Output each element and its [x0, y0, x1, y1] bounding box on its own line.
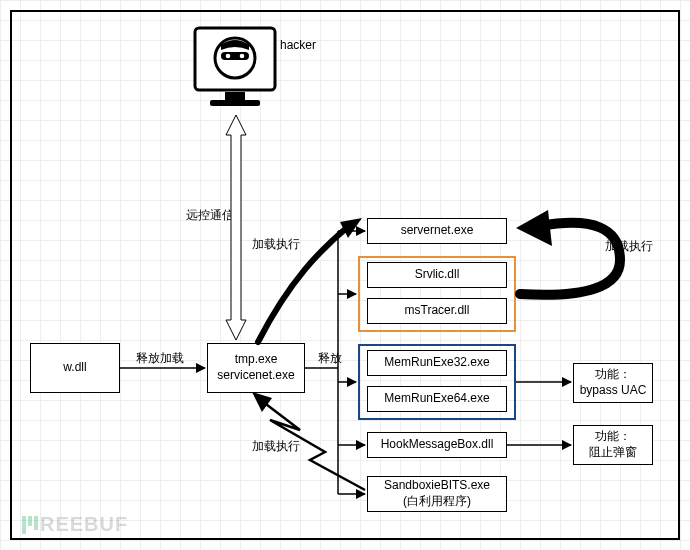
label-load-exec-right: 加载执行 — [605, 238, 653, 255]
node-hookmsgbox: HookMessageBox.dll — [367, 432, 507, 458]
node-srvlic: Srvlic.dll — [367, 262, 507, 288]
watermark-bars-icon — [22, 516, 38, 534]
node-servernet: servernet.exe — [367, 218, 507, 244]
label-release-load: 释放加载 — [136, 350, 184, 367]
watermark: REEBUF — [22, 513, 128, 536]
node-block-popup: 功能： 阻止弹窗 — [573, 425, 653, 465]
node-tmpexe-l1: tmp.exe — [235, 352, 278, 368]
node-tmpexe-l2: servicenet.exe — [217, 368, 294, 384]
node-mstracer-text: msTracer.dll — [405, 303, 470, 319]
node-memrun64: MemRunExe64.exe — [367, 386, 507, 412]
node-bypass-text: 功能： bypass UAC — [580, 367, 647, 398]
node-block-text: 功能： 阻止弹窗 — [589, 429, 637, 460]
label-load-exec-bottom: 加载执行 — [252, 438, 300, 455]
node-bypass-uac: 功能： bypass UAC — [573, 363, 653, 403]
label-load-exec-top: 加载执行 — [252, 236, 300, 253]
node-sandboxie-l2: (白利用程序) — [403, 494, 471, 510]
node-memrun32: MemRunExe32.exe — [367, 350, 507, 376]
node-wdll: w.dll — [30, 343, 120, 393]
node-wdll-text: w.dll — [63, 360, 86, 376]
node-sandboxie: SandboxieBITS.exe (白利用程序) — [367, 476, 507, 512]
node-srvlic-text: Srvlic.dll — [415, 267, 460, 283]
node-hookmsgbox-text: HookMessageBox.dll — [381, 437, 494, 453]
label-release: 释放 — [318, 350, 342, 367]
watermark-text: REEBUF — [40, 513, 128, 536]
node-servernet-text: servernet.exe — [401, 223, 474, 239]
node-memrun64-text: MemRunExe64.exe — [384, 391, 489, 407]
node-sandboxie-l1: SandboxieBITS.exe — [384, 478, 490, 494]
node-memrun32-text: MemRunExe32.exe — [384, 355, 489, 371]
node-mstracer: msTracer.dll — [367, 298, 507, 324]
label-remote-ctrl: 远控通信 — [186, 207, 234, 224]
hacker-label: hacker — [280, 38, 316, 52]
node-tmpexe: tmp.exe servicenet.exe — [207, 343, 305, 393]
